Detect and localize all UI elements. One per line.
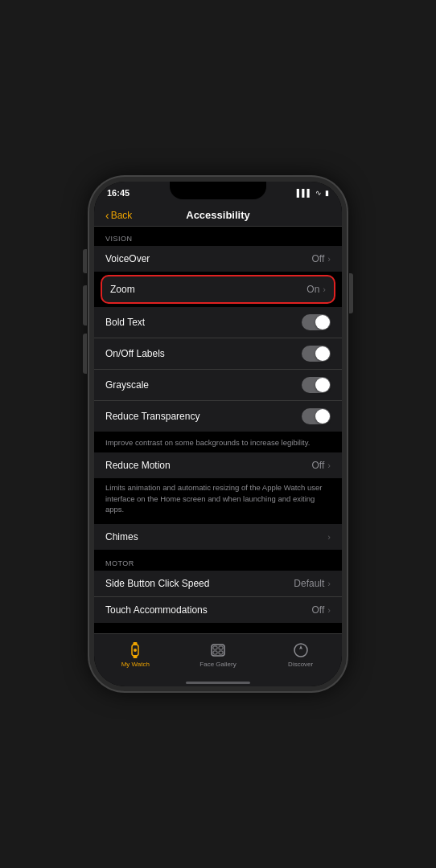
- touch-accommodations-label: Touch Accommodations: [105, 604, 208, 616]
- svg-rect-6: [219, 646, 223, 649]
- voiceover-value: Off: [312, 253, 325, 264]
- zoom-value: On: [306, 284, 319, 295]
- bold-text-label: Bold Text: [105, 317, 145, 328]
- onoff-labels-toggle-thumb: [315, 346, 330, 361]
- watch-icon: [126, 641, 144, 659]
- side-button-value: Default: [294, 578, 324, 589]
- vision-toggles-group: Bold Text On/Off Labels Grayscale: [94, 307, 342, 432]
- wheelchair-section-header: WHEELCHAIR ACTIVITY: [94, 624, 342, 633]
- bold-text-toggle-thumb: [315, 315, 330, 330]
- chevron-left-icon: ‹: [105, 209, 109, 222]
- mute-button: [83, 249, 87, 273]
- svg-rect-5: [213, 646, 217, 649]
- chimes-right: ›: [327, 532, 331, 542]
- reduce-motion-helper: Limits animation and automatic resizing …: [94, 478, 342, 519]
- side-button-chevron-icon: ›: [327, 579, 331, 588]
- bold-text-toggle[interactable]: [302, 314, 331, 330]
- my-watch-tab-label: My Watch: [121, 661, 150, 668]
- chimes-item[interactable]: Chimes ›: [94, 524, 342, 550]
- phone-frame: 16:45 ▌▌▌ ∿ ▮ ‹ Back Accessibility VISIO…: [89, 177, 347, 691]
- motor-group: Side Button Click Speed Default › Touch …: [94, 571, 342, 623]
- zoom-chevron-icon: ›: [323, 285, 326, 294]
- voiceover-chevron-icon: ›: [327, 254, 331, 264]
- tab-face-gallery[interactable]: Face Gallery: [177, 634, 260, 678]
- reduce-motion-label: Reduce Motion: [105, 460, 171, 471]
- nav-header: ‹ Back Accessibility: [94, 204, 342, 227]
- power-button: [349, 273, 353, 313]
- grayscale-label: Grayscale: [105, 379, 149, 391]
- reduce-motion-value: Off: [312, 460, 325, 471]
- grayscale-toggle[interactable]: [302, 377, 331, 393]
- voiceover-item[interactable]: VoiceOver Off ›: [94, 246, 342, 272]
- reduce-motion-chevron-icon: ›: [327, 461, 331, 470]
- reduce-transparency-toggle[interactable]: [302, 408, 331, 424]
- chimes-label: Chimes: [105, 531, 138, 542]
- settings-content[interactable]: VISION VoiceOver Off › Zoom On ›: [94, 227, 342, 633]
- phone-screen: 16:45 ▌▌▌ ∿ ▮ ‹ Back Accessibility VISIO…: [94, 182, 342, 686]
- onoff-labels-item[interactable]: On/Off Labels: [94, 338, 342, 370]
- notch: [170, 182, 266, 199]
- onoff-labels-toggle[interactable]: [302, 346, 331, 362]
- tab-my-watch[interactable]: My Watch: [94, 634, 177, 678]
- side-button-right: Default ›: [294, 578, 331, 589]
- svg-rect-8: [219, 651, 223, 654]
- reduce-transparency-item[interactable]: Reduce Transparency: [94, 401, 342, 432]
- reduce-motion-item[interactable]: Reduce Motion Off ›: [94, 452, 342, 478]
- touch-accommodations-item[interactable]: Touch Accommodations Off ›: [94, 597, 342, 623]
- touch-accommodations-value: Off: [312, 604, 325, 616]
- motor-section-header: MOTOR: [94, 551, 342, 571]
- voiceover-label: VoiceOver: [105, 253, 150, 264]
- zoom-item[interactable]: Zoom On ›: [101, 275, 335, 304]
- onoff-labels-label: On/Off Labels: [105, 348, 165, 359]
- page-title: Accessibility: [186, 209, 250, 221]
- status-icons: ▌▌▌ ∿ ▮: [297, 189, 329, 197]
- back-label: Back: [111, 210, 133, 221]
- home-indicator: [94, 678, 342, 686]
- volume-down-button: [83, 334, 87, 374]
- zoom-label: Zoom: [110, 284, 135, 295]
- reduce-transparency-label: Reduce Transparency: [105, 411, 199, 422]
- status-time: 16:45: [107, 188, 130, 198]
- battery-icon: ▮: [325, 189, 329, 197]
- reduce-transparency-helper: Improve contrast on some backgrounds to …: [94, 433, 342, 452]
- tab-discover[interactable]: Discover: [259, 634, 342, 678]
- reduce-motion-group: Reduce Motion Off ›: [94, 452, 342, 478]
- side-button-label: Side Button Click Speed: [105, 578, 209, 589]
- reduce-motion-right: Off ›: [312, 460, 331, 471]
- wifi-icon: ∿: [315, 189, 322, 197]
- chimes-chevron-icon: ›: [327, 532, 331, 542]
- svg-rect-1: [134, 642, 138, 645]
- vision-section-header: VISION: [94, 227, 342, 246]
- face-gallery-tab-label: Face Gallery: [199, 661, 236, 668]
- touch-accommodations-chevron-icon: ›: [327, 605, 331, 615]
- back-button[interactable]: ‹ Back: [105, 209, 132, 222]
- svg-marker-10: [299, 645, 302, 649]
- discover-tab-label: Discover: [288, 661, 313, 668]
- svg-point-3: [134, 649, 137, 652]
- zoom-right: On ›: [306, 284, 326, 295]
- face-gallery-icon: [209, 641, 227, 659]
- tab-bar: My Watch Face Gallery: [94, 633, 342, 678]
- voiceover-right: Off ›: [312, 253, 331, 264]
- grayscale-toggle-thumb: [315, 378, 330, 392]
- signal-icon: ▌▌▌: [297, 189, 312, 197]
- chimes-group: Chimes ›: [94, 524, 342, 550]
- bold-text-item[interactable]: Bold Text: [94, 307, 342, 338]
- svg-rect-7: [213, 651, 217, 654]
- voiceover-group: VoiceOver Off ›: [94, 246, 342, 272]
- side-button-item[interactable]: Side Button Click Speed Default ›: [94, 571, 342, 597]
- reduce-transparency-toggle-thumb: [315, 409, 330, 424]
- discover-icon: [292, 641, 310, 659]
- grayscale-item[interactable]: Grayscale: [94, 370, 342, 401]
- home-bar: [186, 682, 250, 684]
- volume-up-button: [83, 285, 87, 326]
- svg-rect-2: [134, 655, 138, 658]
- touch-accommodations-right: Off ›: [312, 604, 331, 616]
